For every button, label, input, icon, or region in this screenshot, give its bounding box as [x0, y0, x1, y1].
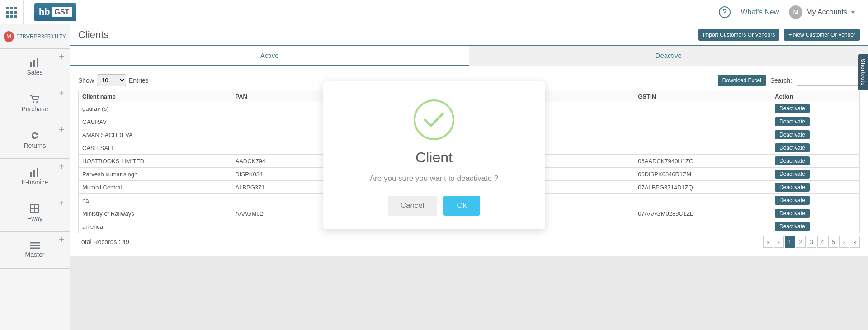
cell-client-name: HOSTBOOKS LIMITED — [79, 155, 231, 168]
cell-gstin: 07ALBPG3714D1ZQ — [634, 181, 771, 194]
plus-icon[interactable]: + — [59, 125, 64, 135]
col-client-name[interactable]: Client name — [79, 91, 231, 102]
chevron-down-icon — [851, 11, 855, 14]
page-title: Clients — [78, 29, 108, 41]
cell-action: Deactivate — [771, 181, 860, 194]
deactivate-button[interactable]: Deactivate — [775, 130, 810, 139]
whats-new-link[interactable]: What's New — [741, 8, 779, 16]
cell-action: Deactivate — [771, 141, 860, 155]
pagination: « ‹ 1 2 3 4 5 › » — [763, 236, 860, 248]
deactivate-button[interactable]: Deactivate — [775, 156, 810, 165]
bar-chart-icon — [29, 168, 40, 177]
deactivate-button[interactable]: Deactivate — [775, 196, 810, 205]
sidebar-item-purchase[interactable]: + Purchase — [0, 85, 70, 122]
cell-client-name: gaurav (s) — [79, 102, 231, 115]
page-prev[interactable]: ‹ — [774, 236, 784, 248]
deactivate-button[interactable]: Deactivate — [775, 117, 810, 126]
download-excel-button[interactable]: Download Excel — [718, 75, 766, 86]
bar-chart-icon — [29, 58, 40, 67]
plus-icon[interactable]: + — [59, 52, 64, 62]
cell-action: Deactivate — [771, 128, 860, 141]
import-button[interactable]: Import Customers Or Vendors — [698, 29, 779, 41]
logo[interactable]: hb GST — [34, 3, 76, 21]
cell-gstin: 07AAAGM0289C1ZL — [634, 207, 771, 220]
svg-point-3 — [33, 101, 34, 103]
deactivate-button[interactable]: Deactivate — [775, 143, 810, 152]
svg-rect-5 — [30, 172, 32, 177]
cart-icon — [29, 94, 40, 104]
svg-rect-0 — [30, 62, 32, 67]
cell-client-name: GAURAV — [79, 115, 231, 128]
cell-gstin: 06AADCK7940H1ZG — [634, 155, 771, 168]
ok-button[interactable]: Ok — [443, 196, 481, 216]
sidebar-item-label: Sales — [27, 69, 42, 76]
svg-rect-6 — [33, 170, 35, 177]
page-first[interactable]: « — [763, 236, 773, 248]
cell-client-name: Ministry of Railways — [79, 207, 231, 220]
cell-action: Deactivate — [771, 220, 860, 233]
modal-text: Are you sure you want to deactivate ? — [337, 174, 531, 183]
sidebar-item-einvoice[interactable]: + E-Invoice — [0, 159, 70, 195]
page-next[interactable]: › — [839, 236, 849, 248]
deactivate-button[interactable]: Deactivate — [775, 222, 810, 231]
cell-client-name: america — [79, 220, 231, 233]
cell-action: Deactivate — [771, 102, 860, 115]
confirm-modal: Client Are you sure you want to deactiva… — [323, 81, 545, 229]
menu-icon — [30, 242, 40, 249]
page-4[interactable]: 4 — [817, 236, 827, 248]
page-5[interactable]: 5 — [828, 236, 838, 248]
search-label: Search: — [770, 77, 792, 84]
cell-gstin — [634, 194, 771, 207]
page-3[interactable]: 3 — [807, 236, 816, 248]
tabs: Active Deactive — [70, 46, 868, 66]
shortcuts-tab[interactable]: Shortcuts — [858, 54, 868, 90]
sidebar-item-returns[interactable]: + Returns — [0, 122, 70, 159]
sidebar-item-master[interactable]: + Master — [0, 232, 70, 256]
total-records: Total Records : 49 — [78, 238, 129, 245]
my-accounts-label: My Accounts — [806, 8, 847, 16]
cell-client-name: AMAN SACHDEVA — [79, 128, 231, 141]
help-icon[interactable]: ? — [719, 6, 731, 18]
deactivate-button[interactable]: Deactivate — [775, 170, 810, 179]
show-label: Show — [78, 77, 94, 84]
page-last[interactable]: » — [850, 236, 860, 248]
page-1[interactable]: 1 — [785, 236, 795, 248]
sync-icon — [30, 131, 40, 140]
deactivate-button[interactable]: Deactivate — [775, 183, 810, 192]
apps-grid-icon — [6, 7, 17, 18]
deactivate-button[interactable]: Deactivate — [775, 104, 810, 113]
page-2[interactable]: 2 — [796, 236, 806, 248]
tab-deactive[interactable]: Deactive — [469, 46, 868, 66]
plus-icon[interactable]: + — [59, 88, 64, 99]
search-input[interactable] — [797, 75, 860, 86]
col-action[interactable]: Action — [771, 91, 860, 102]
tab-active[interactable]: Active — [70, 46, 469, 66]
cancel-button[interactable]: Cancel — [388, 196, 437, 216]
svg-point-4 — [36, 101, 38, 103]
cell-client-name: Parvesh kumar singh — [79, 168, 231, 181]
tenant-row[interactable]: M 07BVRPR3650J1ZY — [0, 24, 70, 49]
cell-gstin — [634, 141, 771, 155]
success-check-icon — [414, 99, 454, 140]
plus-icon[interactable]: + — [59, 235, 64, 245]
sidebar: M 07BVRPR3650J1ZY + Sales + Purchase + R… — [0, 24, 70, 256]
plus-icon[interactable]: + — [59, 161, 64, 172]
svg-rect-2 — [37, 58, 38, 67]
col-gstin[interactable]: GSTIN — [634, 91, 771, 102]
sidebar-item-label: Eway — [27, 215, 42, 222]
cell-action: Deactivate — [771, 168, 860, 181]
sidebar-item-sales[interactable]: + Sales — [0, 49, 70, 85]
new-customer-button[interactable]: + New Customer Or Vendor — [784, 29, 860, 41]
deactivate-button[interactable]: Deactivate — [775, 209, 810, 218]
my-accounts-dropdown[interactable]: M My Accounts — [789, 5, 855, 19]
plus-icon[interactable]: + — [59, 198, 64, 208]
cell-gstin: 06DISPK0346R1ZM — [634, 168, 771, 181]
logo-gst: GST — [52, 7, 72, 17]
sidebar-item-eway[interactable]: + Eway — [0, 195, 70, 232]
cell-gstin — [634, 220, 771, 233]
sidebar-item-label: Returns — [24, 142, 46, 149]
apps-menu-button[interactable] — [0, 0, 24, 24]
modal-title: Client — [337, 149, 531, 166]
cell-client-name: CASH SALE — [79, 141, 231, 155]
page-size-select[interactable]: 10 — [97, 74, 126, 86]
